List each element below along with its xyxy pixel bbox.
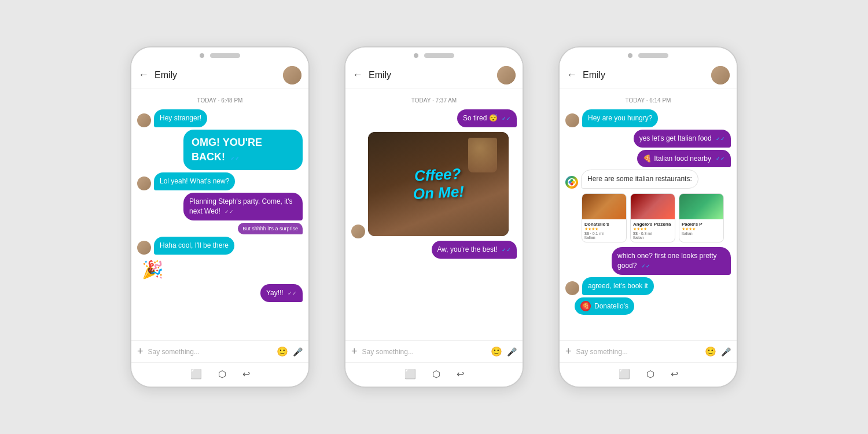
restaurant-stars-3: ★★★★: [682, 227, 721, 231]
list-item: Hey are you hungry?: [582, 109, 658, 127]
restaurant-info-2: Angelo's Pizzeria ★★★★ $$ · 0.3 mi Itali…: [631, 219, 675, 242]
phone-2-chat-header: ← Emily: [345, 61, 523, 89]
restaurant-stars-1: ★★★★: [584, 227, 624, 231]
table-row: Yay!!! ✓✓: [137, 284, 303, 302]
phone-3-message-input[interactable]: Say something...: [576, 348, 700, 356]
phone-3-contact-name: Emily: [583, 70, 711, 80]
table-row: which one? first one looks pretty good? …: [565, 247, 731, 275]
phone-3-date: TODAY · 6:14 PM: [565, 97, 731, 104]
list-item: agreed, let's book it: [582, 277, 654, 295]
phone-2-input-bar: + Say something... 🙂 🎤: [345, 340, 523, 362]
phone-2: ← Emily ❞ TODAY · 7:37 AM So tired 😴 ✓✓: [344, 46, 524, 388]
mic-icon[interactable]: 🎤: [293, 347, 303, 356]
add-button[interactable]: +: [137, 345, 144, 358]
phone-3-bottom-bar: ⬜ ⬡ ↩: [560, 362, 737, 387]
donatello-booking-row: 🍕 Donatello's: [570, 297, 731, 315]
add-button[interactable]: +: [351, 345, 358, 358]
back-arrow-icon[interactable]: ←: [567, 69, 577, 81]
back-button[interactable]: ↩: [242, 369, 250, 380]
restaurant-card-1[interactable]: Donatello's ★★★★ $$ · 0.1 mi Italian: [582, 193, 627, 242]
phones-container: ← Emily ❞ TODAY · 6:48 PM Hey stranger! …: [0, 0, 868, 434]
emoji-icon[interactable]: 🙂: [277, 346, 288, 357]
table-row: yes let's get Italian food ✓✓: [565, 130, 731, 148]
table-row: But shhhh it's a surprise: [137, 223, 303, 235]
phone-2-messages: ❞ TODAY · 7:37 AM So tired 😴 ✓✓ Cffee?On: [345, 89, 523, 340]
table-row: OMG! YOU'RE BACK! ✓✓: [137, 130, 303, 170]
list-item: 🍕 Italian food nearby ✓✓: [637, 150, 731, 168]
restaurant-info-3: Paolo's P ★★★★ Italian: [679, 219, 723, 238]
list-item: Planning Steph's party. Come, it's next …: [183, 193, 303, 220]
list-item: But shhhh it's a surprise: [238, 223, 303, 235]
list-item: yes let's get Italian food ✓✓: [634, 130, 731, 148]
table-row: agreed, let's book it: [565, 277, 731, 295]
table-row: Cffee?On Me!: [351, 130, 517, 238]
back-arrow-icon[interactable]: ←: [138, 69, 149, 81]
mic-icon[interactable]: 🎤: [507, 347, 517, 356]
phone-2-message-input[interactable]: Say something...: [362, 348, 486, 356]
restaurant-image-1: [582, 194, 626, 219]
table-row: Here are some italian restaurants:: [565, 170, 731, 189]
coffee-handwriting: Cffee?On Me!: [406, 159, 470, 209]
list-item: Aw, you're the best! ✓✓: [432, 241, 517, 259]
phone-3-camera: [628, 53, 632, 58]
back-arrow-icon[interactable]: ←: [352, 69, 363, 81]
table-row: Hey stranger!: [137, 109, 303, 127]
list-item: Hey stranger!: [154, 109, 207, 127]
phone-1-screen: ← Emily ❞ TODAY · 6:48 PM Hey stranger! …: [131, 61, 308, 362]
phone-1-camera: [200, 53, 204, 58]
restaurant-cards: Donatello's ★★★★ $$ · 0.1 mi Italian Ang…: [582, 193, 731, 242]
home-button[interactable]: ⬡: [646, 369, 654, 380]
add-button[interactable]: +: [565, 345, 572, 358]
table-row: 🎉: [137, 257, 303, 282]
back-button[interactable]: ↩: [671, 369, 678, 380]
restaurant-image-3: [679, 194, 723, 219]
phone-1-contact-name: Emily: [155, 70, 283, 80]
table-row: So tired 😴 ✓✓: [351, 109, 517, 127]
home-button[interactable]: ⬡: [218, 369, 226, 380]
restaurant-card-3[interactable]: Paolo's P ★★★★ Italian: [679, 193, 724, 242]
table-row: Hey are you hungry?: [565, 109, 731, 127]
image-message-container: Cffee?On Me!: [368, 130, 509, 238]
list-item: Lol yeah! What's new?: [154, 172, 235, 190]
phone-1-chat-header: ← Emily: [131, 61, 308, 89]
restaurant-image-2: [631, 194, 675, 219]
phone-2-date: TODAY · 7:37 AM: [351, 97, 517, 104]
phone-3-chat-header: ← Emily: [560, 61, 737, 89]
emoji-icon[interactable]: 🙂: [705, 346, 716, 357]
table-row: Planning Steph's party. Come, it's next …: [137, 193, 303, 220]
mic-icon[interactable]: 🎤: [721, 347, 731, 356]
back-button[interactable]: ↩: [457, 369, 464, 380]
list-item: Haha cool, I'll be there: [154, 237, 234, 255]
donatello-label: Donatello's: [594, 302, 628, 310]
restaurant-name-2: Angelo's Pizzeria: [633, 222, 672, 227]
list-item: Here are some italian restaurants:: [581, 170, 698, 189]
emoji-icon[interactable]: 🙂: [491, 346, 502, 357]
donatello-icon: 🍕: [580, 301, 591, 311]
avatar: [351, 225, 365, 238]
recent-apps-button[interactable]: ⬜: [404, 369, 416, 380]
phone-1-date: TODAY · 6:48 PM: [137, 97, 303, 104]
restaurant-card-2[interactable]: Angelo's Pizzeria ★★★★ $$ · 0.3 mi Itali…: [630, 193, 675, 242]
home-button[interactable]: ⬡: [432, 369, 440, 380]
phone-2-bottom-bar: ⬜ ⬡ ↩: [345, 362, 523, 387]
avatar: [137, 241, 151, 255]
recent-apps-button[interactable]: ⬜: [619, 369, 630, 380]
phone-1: ← Emily ❞ TODAY · 6:48 PM Hey stranger! …: [130, 46, 310, 388]
phone-2-screen: ← Emily ❞ TODAY · 7:37 AM So tired 😴 ✓✓: [345, 61, 523, 362]
table-row: 🍕 Italian food nearby ✓✓: [565, 150, 731, 168]
donatello-bubble[interactable]: 🍕 Donatello's: [575, 297, 634, 315]
search-icon: 🍕: [643, 154, 652, 164]
restaurant-info-1: Donatello's ★★★★ $$ · 0.1 mi Italian: [582, 219, 626, 242]
phone-3-messages: TODAY · 6:14 PM Hey are you hungry? yes …: [560, 89, 737, 340]
table-row: Aw, you're the best! ✓✓: [351, 241, 517, 259]
recent-apps-button[interactable]: ⬜: [190, 369, 202, 380]
restaurant-name-3: Paolo's P: [682, 222, 721, 227]
phone-1-bottom-bar: ⬜ ⬡ ↩: [131, 362, 308, 387]
phone-1-message-input[interactable]: Say something...: [148, 348, 272, 356]
list-item: which one? first one looks pretty good? …: [612, 247, 731, 275]
phone-2-contact-name: Emily: [369, 70, 497, 80]
phone-3-input-bar: + Say something... 🙂 🎤: [560, 340, 737, 362]
phone-2-camera: [414, 53, 418, 58]
list-item: Yay!!! ✓✓: [260, 284, 303, 302]
coffee-image: Cffee?On Me!: [368, 132, 509, 236]
